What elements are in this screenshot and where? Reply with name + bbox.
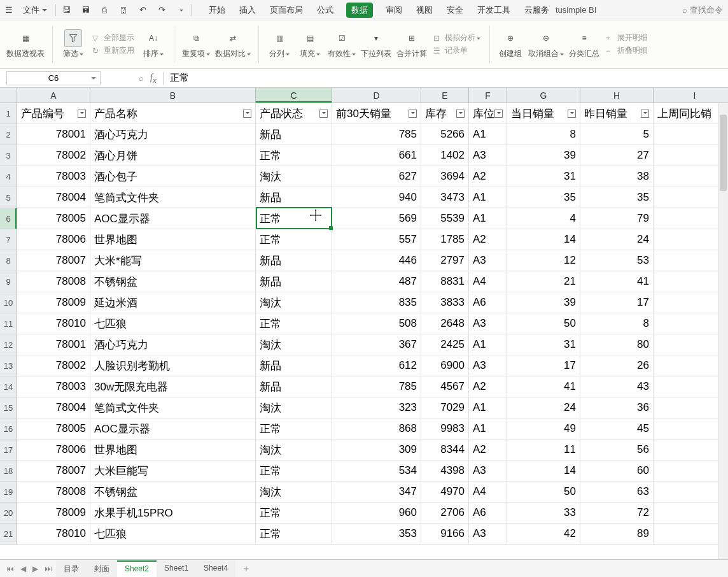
cell[interactable]: 5: [580, 124, 654, 145]
cell[interactable]: 9983: [421, 418, 469, 439]
cell[interactable]: [654, 460, 728, 481]
header-cell[interactable]: 产品编号: [17, 103, 90, 124]
cell[interactable]: [654, 439, 728, 460]
cell[interactable]: [654, 292, 728, 313]
cell[interactable]: 2648: [421, 313, 469, 334]
cell[interactable]: 4567: [421, 376, 469, 397]
record-button[interactable]: ☰记录单: [433, 45, 468, 56]
cell[interactable]: 557: [332, 229, 421, 250]
cell[interactable]: A4: [469, 481, 507, 502]
ribbon-tab-开始[interactable]: 开始: [207, 3, 227, 18]
cell[interactable]: 2425: [421, 334, 469, 355]
cell[interactable]: 新品: [256, 124, 332, 145]
cell[interactable]: [654, 418, 728, 439]
cell[interactable]: 不锈钢盆: [90, 271, 256, 292]
cell[interactable]: 淘汰: [256, 166, 332, 187]
filter-button[interactable]: 筛选: [60, 29, 86, 59]
cell[interactable]: 新品: [256, 355, 332, 376]
cell[interactable]: 正常: [256, 502, 332, 524]
cell[interactable]: 正常: [256, 524, 332, 545]
cell[interactable]: A6: [469, 502, 507, 524]
cell[interactable]: [654, 481, 728, 502]
spreadsheet-grid[interactable]: ABCDEFGHI 123456789101112131415161718192…: [0, 88, 728, 546]
cell[interactable]: 42: [507, 524, 580, 545]
cell[interactable]: [654, 376, 728, 397]
ribbon-tab-视图[interactable]: 视图: [415, 3, 434, 18]
tab-nav-last[interactable]: ⏭: [42, 564, 55, 573]
cell[interactable]: 5266: [421, 124, 469, 145]
vertical-scrollbar[interactable]: [718, 103, 728, 559]
row-header-11[interactable]: 11: [0, 313, 17, 334]
name-box[interactable]: C6: [6, 71, 101, 85]
column-header-C[interactable]: C: [256, 88, 332, 103]
cell[interactable]: 6900: [421, 355, 469, 376]
cell[interactable]: 24: [580, 229, 654, 250]
cell[interactable]: 9166: [421, 524, 469, 545]
row-header-10[interactable]: 10: [0, 292, 17, 313]
file-menu[interactable]: 文件: [19, 4, 51, 16]
tab-nav-next[interactable]: ▶: [30, 564, 41, 573]
row-header-14[interactable]: 14: [0, 376, 17, 397]
cell[interactable]: 12: [507, 250, 580, 271]
cell[interactable]: 8831: [421, 271, 469, 292]
cell[interactable]: 60: [580, 460, 654, 481]
tab-nav-prev[interactable]: ◀: [18, 564, 29, 573]
hamburger-icon[interactable]: ☰: [5, 5, 15, 15]
cell[interactable]: 笔筒式文件夹: [90, 397, 256, 418]
cell[interactable]: [654, 250, 728, 271]
cell[interactable]: 33: [507, 502, 580, 524]
validate-button[interactable]: ☑有效性: [328, 29, 356, 59]
row-header-13[interactable]: 13: [0, 355, 17, 376]
cell[interactable]: 78004: [17, 187, 90, 208]
cell[interactable]: 七匹狼: [90, 313, 256, 334]
cell[interactable]: 39: [507, 145, 580, 166]
cell[interactable]: 78001: [17, 334, 90, 355]
cell[interactable]: 4398: [421, 460, 469, 481]
cell[interactable]: 3833: [421, 292, 469, 313]
cell[interactable]: 新品: [256, 271, 332, 292]
cell[interactable]: A2: [469, 376, 507, 397]
split-button[interactable]: ▥分列: [267, 29, 292, 59]
filter-dropdown-icon[interactable]: [568, 110, 576, 118]
cell[interactable]: 酒心巧克力: [90, 124, 256, 145]
cell[interactable]: 78008: [17, 481, 90, 502]
cell[interactable]: 72: [580, 502, 654, 524]
sheet-tab-Sheet1[interactable]: Sheet1: [157, 560, 196, 577]
cell[interactable]: 4970: [421, 481, 469, 502]
cell[interactable]: 26: [580, 355, 654, 376]
cell[interactable]: 63: [580, 481, 654, 502]
cell[interactable]: [654, 334, 728, 355]
cell[interactable]: 大米巨能写: [90, 460, 256, 481]
qat-more-icon[interactable]: [175, 4, 186, 16]
expand-button[interactable]: +展开明细: [606, 32, 648, 43]
filter-dropdown-icon[interactable]: [319, 110, 328, 118]
sheet-tab-目录[interactable]: 目录: [56, 560, 87, 577]
cell[interactable]: 新品: [256, 187, 332, 208]
cell[interactable]: 正常: [256, 145, 332, 166]
sheet-tab-封面[interactable]: 封面: [87, 560, 117, 577]
cell[interactable]: [654, 397, 728, 418]
header-cell[interactable]: 库位: [469, 103, 507, 124]
cell[interactable]: 淘汰: [256, 292, 332, 313]
fx-icon[interactable]: fx: [150, 73, 157, 84]
cell[interactable]: 78006: [17, 439, 90, 460]
cell[interactable]: 正常: [256, 229, 332, 250]
cell[interactable]: 21: [507, 271, 580, 292]
cell[interactable]: 新品: [256, 376, 332, 397]
cell[interactable]: 正常: [256, 418, 332, 439]
cell[interactable]: 31: [507, 166, 580, 187]
ungroup-button[interactable]: ⊖取消组合: [528, 29, 564, 59]
row-header-21[interactable]: 21: [0, 524, 17, 545]
formula-value[interactable]: 正常: [170, 72, 189, 84]
cell[interactable]: 78002: [17, 355, 90, 376]
cell[interactable]: 78003: [17, 376, 90, 397]
ribbon-tab-审阅[interactable]: 审阅: [384, 3, 403, 18]
filter-dropdown-icon[interactable]: [456, 110, 465, 118]
cell[interactable]: 49: [507, 418, 580, 439]
header-cell[interactable]: 上周同比销: [654, 103, 728, 124]
cell[interactable]: [654, 124, 728, 145]
cell[interactable]: [654, 187, 728, 208]
cell[interactable]: 43: [580, 376, 654, 397]
row-header-5[interactable]: 5: [0, 187, 17, 208]
cell[interactable]: 11: [507, 439, 580, 460]
